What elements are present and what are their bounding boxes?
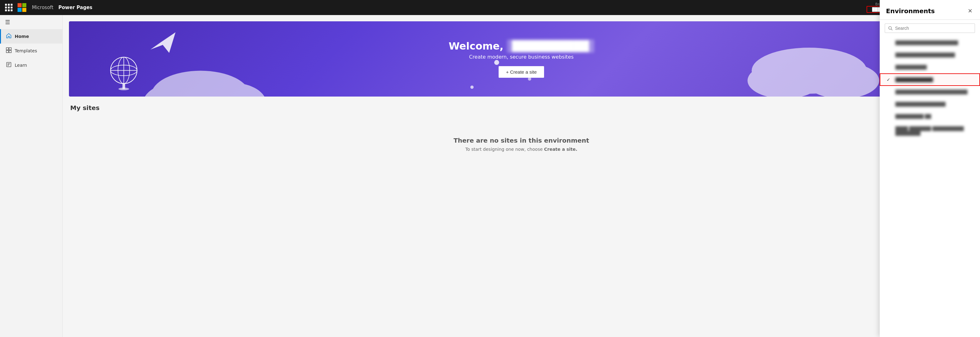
svg-point-19 — [805, 62, 879, 97]
microsoft-brand-label: Microsoft — [32, 5, 53, 10]
svg-point-14 — [151, 70, 250, 97]
svg-point-22 — [471, 86, 474, 89]
learn-icon — [6, 62, 11, 68]
environments-panel: Environments ✕ ████████████████████ ████… — [880, 0, 980, 337]
svg-point-29 — [118, 88, 129, 90]
environment-item[interactable]: ███████████████████████ — [880, 86, 980, 98]
environments-list: ████████████████████ ███████████████████… — [880, 37, 980, 337]
environments-search-box[interactable] — [885, 24, 975, 33]
my-sites-title: My sites — [70, 104, 972, 111]
hero-subtitle: Create modern, secure business websites — [449, 54, 594, 60]
environments-panel-close-button[interactable]: ✕ — [967, 6, 974, 16]
no-sites-subtitle: To start designing one now, choose Creat… — [76, 147, 966, 152]
svg-rect-11 — [6, 51, 8, 52]
svg-rect-9 — [6, 48, 8, 50]
svg-point-18 — [748, 62, 821, 97]
environment-item[interactable]: ████████████████ — [880, 98, 980, 110]
microsoft-logo — [18, 3, 26, 12]
product-name-label: Power Pages — [58, 5, 92, 10]
sidebar-item-learn[interactable]: Learn — [0, 58, 62, 72]
svg-rect-0 — [18, 3, 22, 7]
svg-rect-3 — [22, 8, 26, 12]
svg-marker-30 — [150, 32, 175, 52]
svg-line-41 — [891, 29, 892, 30]
app-launcher-button[interactable] — [5, 4, 13, 11]
sidebar-item-templates[interactable]: Templates — [0, 44, 62, 58]
environments-panel-header: Environments ✕ — [880, 0, 980, 20]
topbar: Microsoft Power Pages Environment ██████… — [0, 0, 980, 15]
environment-item[interactable]: ██████████ — [880, 61, 980, 73]
svg-rect-10 — [9, 48, 11, 50]
no-sites-title: There are no sites in this environment — [76, 137, 966, 144]
svg-point-17 — [751, 48, 867, 94]
main-layout: ☰ Home Templa — [0, 15, 980, 337]
svg-point-21 — [528, 77, 531, 80]
create-site-button[interactable]: + Create a site — [499, 66, 544, 78]
hero-welcome-text: Welcome, ██████████ — [449, 40, 594, 52]
search-icon — [888, 26, 892, 30]
sidebar-toggle-button[interactable]: ☰ — [0, 15, 62, 29]
sidebar-nav: Home Templates — [0, 29, 62, 72]
environment-item[interactable]: ████ ███████ ██████████ ████████ — [880, 122, 980, 140]
no-sites-message: There are no sites in this environment T… — [70, 118, 972, 170]
environment-item[interactable]: ███████████████████ — [880, 49, 980, 61]
check-icon: ✓ — [887, 77, 892, 82]
my-sites-section: My sites There are no sites in this envi… — [63, 97, 980, 178]
main-content: Welcome, ██████████ Create modern, secur… — [63, 15, 980, 337]
hero-banner: Welcome, ██████████ Create modern, secur… — [69, 21, 974, 97]
environments-search-input[interactable] — [895, 26, 972, 31]
hero-username: ██████████ — [507, 40, 594, 52]
environment-item-selected[interactable]: ✓ ████████████ — [880, 73, 980, 86]
svg-point-16 — [200, 83, 266, 97]
svg-point-15 — [143, 83, 209, 97]
hero-text: Welcome, ██████████ Create modern, secur… — [449, 40, 594, 78]
sidebar-item-learn-label: Learn — [15, 63, 27, 68]
sidebar-item-home-label: Home — [15, 34, 29, 39]
environments-panel-title: Environments — [886, 7, 935, 15]
svg-rect-2 — [18, 8, 22, 12]
sidebar-item-home[interactable]: Home — [0, 29, 62, 44]
svg-rect-12 — [9, 51, 11, 52]
sidebar: ☰ Home Templa — [0, 15, 63, 337]
svg-rect-1 — [22, 3, 26, 7]
home-icon — [6, 33, 11, 40]
environment-item[interactable]: █████████ ██ — [880, 110, 980, 122]
templates-icon — [6, 47, 11, 54]
environment-item[interactable]: ████████████████████ — [880, 37, 980, 49]
sidebar-item-templates-label: Templates — [15, 48, 37, 53]
